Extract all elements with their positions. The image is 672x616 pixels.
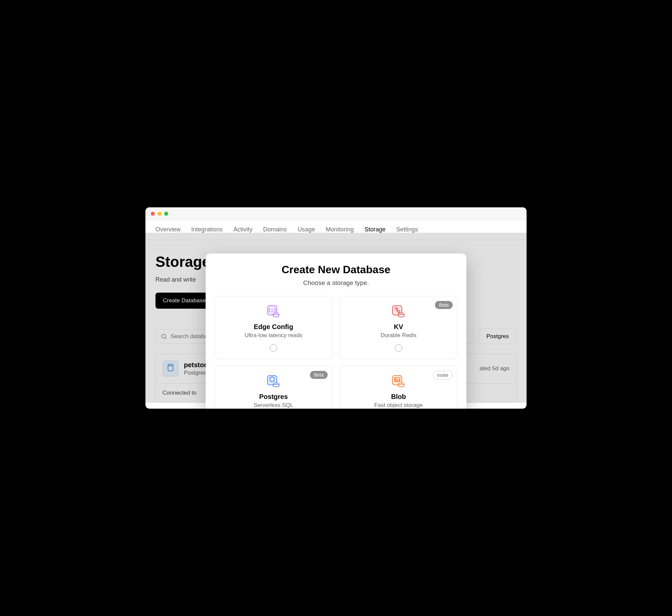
modal-body: Create New Database Choose a storage typ… xyxy=(206,253,466,409)
modal-title: Create New Database xyxy=(214,264,458,276)
svg-point-19 xyxy=(398,384,404,387)
tab-domains[interactable]: Domains xyxy=(263,226,287,233)
option-desc: Serverless SQL xyxy=(253,402,293,409)
window-zoom-icon[interactable] xyxy=(164,212,168,216)
tab-usage[interactable]: Usage xyxy=(298,226,315,233)
option-postgres[interactable]: Beta Postgres Serverless SQL xyxy=(214,366,333,409)
option-kv[interactable]: Beta KV Durable Redis xyxy=(339,296,458,359)
option-desc: Durable Redis xyxy=(380,332,417,339)
option-blob[interactable]: Invite Blob Fast object storage Join Wai… xyxy=(339,366,458,409)
tab-monitoring[interactable]: Monitoring xyxy=(326,226,354,233)
option-radio[interactable] xyxy=(395,344,402,351)
beta-badge: Beta xyxy=(310,371,328,379)
window-minimize-icon[interactable] xyxy=(157,212,161,216)
kv-icon xyxy=(391,304,406,319)
tab-activity[interactable]: Activity xyxy=(233,226,252,233)
tab-settings[interactable]: Settings xyxy=(396,226,418,233)
edge-config-icon: {;} xyxy=(266,304,281,319)
svg-point-6 xyxy=(273,314,279,317)
modal-subtitle: Choose a storage type. xyxy=(214,279,458,287)
option-desc: Fast object storage xyxy=(374,402,423,409)
tab-integrations[interactable]: Integrations xyxy=(191,226,223,233)
option-radio[interactable] xyxy=(270,344,277,351)
option-name: KV xyxy=(394,323,403,331)
svg-point-11 xyxy=(398,314,404,317)
tab-overview[interactable]: Overview xyxy=(155,226,181,233)
blob-icon xyxy=(391,374,406,389)
option-edge-config[interactable]: {;} Edge Config Ultra-low latency reads xyxy=(214,296,333,359)
postgres-option-icon xyxy=(266,374,281,389)
app-window: Overview Integrations Activity Domains U… xyxy=(145,207,527,409)
beta-badge: Beta xyxy=(435,301,453,309)
invite-badge: Invite xyxy=(433,371,453,380)
option-desc: Ultra-low latency reads xyxy=(245,332,303,339)
titlebar xyxy=(145,207,527,220)
option-name: Edge Config xyxy=(254,323,293,331)
window-close-icon[interactable] xyxy=(151,212,155,216)
svg-text:{;}: {;} xyxy=(268,307,276,313)
create-database-modal: Create New Database Choose a storage typ… xyxy=(206,253,466,409)
tab-storage[interactable]: Storage xyxy=(364,226,385,233)
storage-options-grid: {;} Edge Config Ultra-low latency reads … xyxy=(214,296,458,409)
svg-point-14 xyxy=(273,384,279,387)
content-wrapper: Overview Integrations Activity Domains U… xyxy=(145,220,527,403)
option-name: Postgres xyxy=(259,393,288,401)
option-name: Blob xyxy=(391,393,406,401)
